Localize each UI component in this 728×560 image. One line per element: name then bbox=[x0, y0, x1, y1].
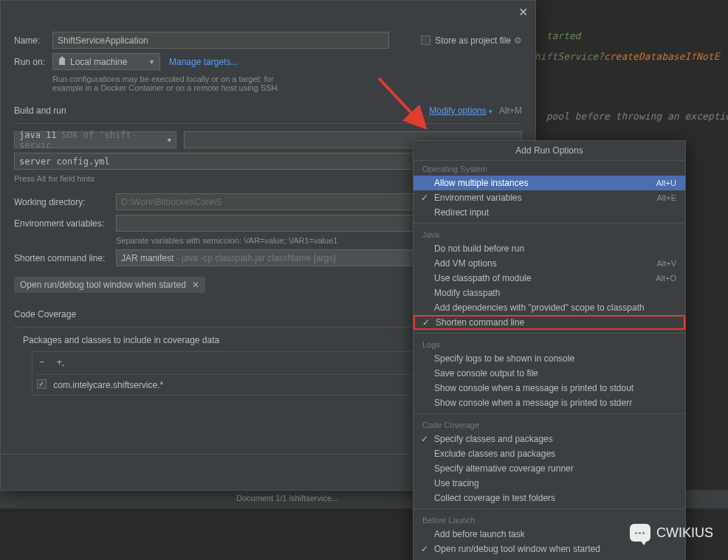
env-label: Environment variables: bbox=[14, 218, 116, 229]
popup-group-header: Java bbox=[413, 227, 685, 241]
menu-item-label: Do not build before run bbox=[434, 243, 524, 254]
menu-item[interactable]: Show the run/debug configuration setting… bbox=[413, 556, 685, 560]
shorten-label: Shorten command line: bbox=[14, 253, 116, 263]
remove-icon[interactable]: − bbox=[37, 356, 47, 370]
menu-item-label: Specify logs to be shown in console bbox=[434, 353, 574, 364]
menu-item-label: Allow multiple instances bbox=[434, 178, 528, 188]
name-label: Name: bbox=[14, 35, 52, 46]
add-run-options-popup: Add Run Options Operating SystemAllow mu… bbox=[413, 140, 686, 560]
check-icon: ✓ bbox=[421, 544, 428, 554]
shortcut-label: Alt+E bbox=[656, 193, 676, 202]
coverage-item: com.intelycare.shiftservice.* bbox=[53, 380, 163, 390]
build-run-header: Build and run bbox=[14, 106, 66, 116]
menu-item[interactable]: Specify alternative coverage runner bbox=[413, 461, 685, 476]
menu-item-label: Open run/debug tool window when started bbox=[434, 544, 600, 554]
store-checkbox[interactable] bbox=[421, 35, 430, 45]
menu-item-label: Specify alternative coverage runner bbox=[434, 463, 574, 474]
menu-item[interactable]: ✓Shorten command line bbox=[413, 315, 685, 330]
menu-item[interactable]: Add VM optionsAlt+V bbox=[413, 256, 685, 271]
env-hint: Separate variables with semicolon: VAR=v… bbox=[116, 236, 337, 245]
menu-item[interactable]: Use tracing bbox=[413, 476, 685, 491]
runon-combo[interactable]: Local machine ▼ bbox=[52, 53, 160, 70]
chevron-down-icon: ▾ bbox=[489, 108, 492, 115]
popup-group-header: Logs bbox=[413, 336, 685, 351]
menu-item-label: Use tracing bbox=[434, 478, 479, 488]
menu-item[interactable]: Allow multiple instancesAlt+U bbox=[413, 176, 685, 190]
chevron-down-icon: ▼ bbox=[148, 58, 155, 66]
runon-label: Run on: bbox=[14, 57, 52, 67]
menu-item[interactable]: Show console when a message is printed t… bbox=[413, 381, 685, 395]
popup-group-header: Operating System bbox=[413, 161, 685, 176]
store-label: Store as project file bbox=[435, 35, 511, 46]
shortcut-label: Alt+U bbox=[656, 179, 676, 187]
modify-kbd: Alt+M bbox=[499, 106, 522, 116]
check-icon: ✓ bbox=[421, 434, 428, 444]
menu-item-label: Add VM options bbox=[434, 258, 497, 269]
menu-item[interactable]: Collect coverage in test folders bbox=[413, 491, 685, 505]
watermark: CWIKIUS bbox=[630, 524, 713, 542]
menu-item-label: Use classpath of module bbox=[434, 273, 531, 283]
runon-hint: Run configurations may be executed local… bbox=[52, 75, 280, 83]
dialog-titlebar: ✕ bbox=[1, 1, 535, 23]
manage-targets-link[interactable]: Manage targets... bbox=[169, 57, 238, 67]
menu-item-label: Add before launch task bbox=[434, 529, 525, 539]
menu-item[interactable]: Save console output to file bbox=[413, 366, 685, 381]
menu-item[interactable]: Redirect input bbox=[413, 205, 685, 220]
menu-item[interactable]: Show console when a message is printed t… bbox=[413, 395, 685, 410]
runon-hint2: example in a Docker Container or on a re… bbox=[52, 83, 280, 92]
menu-item-label: Specify classes and packages bbox=[434, 434, 553, 444]
menu-item-label: Show console when a message is printed t… bbox=[434, 383, 633, 393]
sdk-combo[interactable]: java 11 SDK of 'shift-servic ▼ bbox=[14, 131, 176, 148]
menu-item[interactable]: ✓Specify classes and packages bbox=[413, 432, 685, 446]
close-icon[interactable]: ✕ bbox=[518, 5, 528, 19]
menu-item-label: Redirect input bbox=[434, 207, 489, 218]
menu-item[interactable]: Use classpath of moduleAlt+O bbox=[413, 271, 685, 286]
gear-icon[interactable]: ⚙ bbox=[514, 35, 522, 46]
popup-group-header: Code Coverage bbox=[413, 417, 685, 432]
remove-icon[interactable]: ✕ bbox=[192, 280, 199, 290]
add-icon[interactable]: +* bbox=[55, 356, 67, 370]
menu-item[interactable]: Modify classpath bbox=[413, 286, 685, 300]
menu-item[interactable]: ✓Environment variablesAlt+E bbox=[413, 190, 685, 205]
check-icon: ✓ bbox=[421, 193, 428, 203]
menu-item-label: Add dependencies with "provided" scope t… bbox=[434, 303, 645, 313]
shortcut-label: Alt+O bbox=[656, 274, 676, 283]
menu-item-label: Environment variables bbox=[434, 193, 522, 203]
wd-label: Working directory: bbox=[14, 197, 116, 207]
modify-options-link[interactable]: Modify options bbox=[429, 106, 486, 116]
check-icon: ✓ bbox=[422, 317, 430, 328]
home-icon bbox=[58, 58, 66, 66]
menu-item-label: Exclude classes and packages bbox=[434, 449, 555, 459]
coverage-check[interactable] bbox=[37, 379, 47, 389]
menu-item-label: Show console when a message is printed t… bbox=[434, 398, 632, 408]
menu-item[interactable]: Exclude classes and packages bbox=[413, 446, 685, 461]
open-tool-tag[interactable]: Open run/debug tool window when started✕ bbox=[14, 277, 205, 293]
menu-item[interactable]: Specify logs to be shown in console bbox=[413, 351, 685, 366]
menu-item-label: Collect coverage in test folders bbox=[434, 493, 555, 503]
menu-item-label: Save console output to file bbox=[434, 368, 538, 378]
popup-title: Add Run Options bbox=[413, 141, 685, 161]
name-input[interactable] bbox=[52, 32, 389, 49]
menu-item[interactable]: Add dependencies with "provided" scope t… bbox=[413, 300, 685, 315]
chevron-down-icon: ▼ bbox=[168, 136, 171, 144]
menu-item[interactable]: Do not build before run bbox=[413, 241, 685, 256]
menu-item-label: Modify classpath bbox=[434, 288, 500, 298]
shortcut-label: Alt+V bbox=[656, 259, 676, 268]
menu-item-label: Shorten command line bbox=[436, 317, 524, 328]
